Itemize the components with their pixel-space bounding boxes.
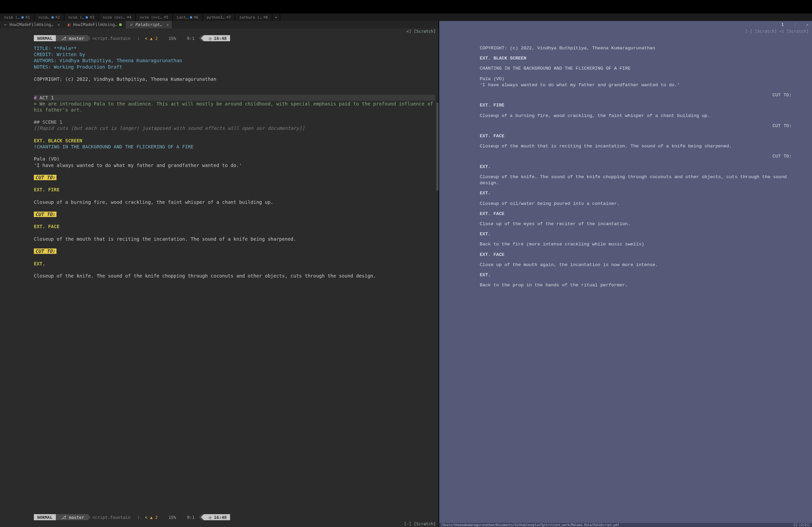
scratch-indicator-top: <] [Scratch] bbox=[0, 28, 438, 34]
editor-viewport[interactable]: TITLE: **Pala**CREDIT: Written byAUTHORS… bbox=[0, 42, 438, 513]
terminal-tab[interactable]: zathura (…⌘8 bbox=[235, 14, 272, 21]
preview-block: Closeup of oil/water being poured into a… bbox=[480, 201, 792, 207]
editor-line bbox=[34, 70, 435, 76]
terminal-tab[interactable]: nvim (nvi…⌘5 bbox=[136, 14, 173, 21]
preview-block: Back to the prop in the hands of the rit… bbox=[480, 282, 792, 288]
preview-block: CUT TO: bbox=[480, 153, 792, 160]
terminal-tab[interactable]: python3…⌘7 bbox=[203, 14, 235, 21]
close-icon[interactable]: ✕ bbox=[164, 22, 169, 27]
editor-line: 'I have always wanted to do what my fath… bbox=[34, 162, 435, 168]
preview-scratch: [-] [Scratch] <] [Scratch] bbox=[742, 29, 812, 34]
diagnostics: : < ▲ 2 bbox=[134, 35, 161, 41]
modified-dot-icon bbox=[119, 23, 122, 26]
tab-shortcut: ⌘7 bbox=[226, 15, 231, 20]
clock-icon: ◷ bbox=[209, 515, 212, 520]
editor-line: CUT TO: bbox=[34, 248, 435, 254]
editor-line bbox=[34, 205, 435, 211]
page-1[interactable]: 1 bbox=[779, 22, 786, 27]
tab-shortcut: ⌘1 bbox=[25, 15, 30, 20]
editor-line bbox=[34, 82, 435, 88]
editor-line: CREDIT: Written by bbox=[34, 51, 435, 58]
mode-indicator: NORMAL bbox=[34, 35, 56, 41]
preview-block: Back to the fire (more intense crackling… bbox=[480, 241, 792, 247]
tab-label: python3… bbox=[207, 15, 224, 20]
preview-block: EXT. bbox=[480, 164, 792, 170]
preview-block: EXT. bbox=[480, 272, 792, 278]
clock: ◷ 16:48 bbox=[204, 514, 230, 520]
file-icon: ≡ bbox=[129, 22, 133, 27]
file-path: /Users/theenakumaragurunathan/Documents/… bbox=[441, 523, 619, 527]
editor-line: EXT. BLACK SCREEN bbox=[34, 138, 435, 144]
editor-line: Closeup of the knife. The sound of the k… bbox=[34, 273, 435, 279]
scroll-percent: 15% bbox=[165, 514, 180, 520]
terminal-tabs: nvim (…⌘1nvim…⌘2nvim (…⌘3nvim (nvi…⌘4nvi… bbox=[0, 14, 812, 21]
editor-line bbox=[34, 267, 435, 273]
editor-line: CUT TO: bbox=[34, 211, 435, 217]
editor-line: COPYRIGHT: (c) 2022, Vindhya Buthpitiya,… bbox=[34, 76, 435, 82]
warn-icon: ▲ bbox=[150, 36, 153, 41]
editor-line: !CHANTING IN THE BACKGROUND AND THE FLIC… bbox=[34, 144, 435, 150]
terminal-tab[interactable]: nvim (…⌘1 bbox=[0, 14, 34, 21]
preview-block: COPYRIGHT: (c) 2022, Vindhya Buthpitiya,… bbox=[480, 45, 792, 51]
preview-block: Close up of the mouth again, the incanta… bbox=[480, 262, 792, 268]
terminal-tab[interactable]: Last…⌘6 bbox=[173, 14, 203, 21]
activity-dot-icon bbox=[21, 16, 24, 19]
editor-line: [[Rapid cuts (but each cut is longer) ju… bbox=[34, 125, 435, 131]
pdf-preview-pane: 1 2 ✕ [-] [Scratch] <] [Scratch] COPYRIG… bbox=[439, 21, 812, 527]
tab-label: zathura (… bbox=[239, 15, 262, 20]
activity-dot-icon bbox=[86, 16, 88, 19]
buffer-tab[interactable]: ←HowIMadeFilmUsing…✕ bbox=[0, 21, 63, 28]
buffer-name: HowIMadeFilmUsing… bbox=[10, 22, 54, 27]
editor-line bbox=[34, 150, 435, 156]
buffer-tab[interactable]: ◧HowIMadeFilmUsing… bbox=[63, 21, 126, 28]
file-name: <cript.fountain bbox=[88, 35, 134, 41]
tab-shortcut: ⌘8 bbox=[263, 15, 267, 20]
terminal-tab[interactable]: nvim…⌘2 bbox=[34, 14, 64, 21]
preview-block: Closeup of the knife. The sound of the k… bbox=[480, 174, 792, 186]
preview-block: EXT. bbox=[480, 231, 792, 237]
close-icon[interactable]: ✕ bbox=[804, 22, 809, 27]
buffer-tabline: ←HowIMadeFilmUsing…✕◧HowIMadeFilmUsing…≡… bbox=[0, 21, 438, 28]
terminal-tab[interactable]: nvim (…⌘3 bbox=[64, 14, 99, 21]
preview-block: EXT. FACE bbox=[480, 211, 792, 217]
editor-line: EXT. FIRE bbox=[34, 186, 435, 193]
branch-icon: ⎇ bbox=[61, 515, 66, 520]
scratch-indicator-bottom: [-] [Scratch] bbox=[0, 521, 438, 527]
cursor-pos: 9:1 bbox=[184, 514, 198, 520]
editor-line: Closeup of a burning fire, wood cracklin… bbox=[34, 199, 435, 205]
buffer-name: PalaScript… bbox=[135, 22, 162, 27]
new-tab-button[interactable]: + bbox=[272, 14, 280, 21]
nvim-pane: ←HowIMadeFilmUsing…✕◧HowIMadeFilmUsing…≡… bbox=[0, 21, 439, 527]
preview-block: EXT. FACE bbox=[480, 252, 792, 258]
preview-block: Closeup of the mouth that is reciting th… bbox=[480, 143, 792, 149]
preview-block: EXT. FACE bbox=[480, 133, 792, 139]
buffer-tab[interactable]: ≡PalaScript…✕ bbox=[126, 21, 172, 28]
statusline-top: NORMAL ⎇ master <cript.fountain : < ▲ 2 … bbox=[0, 34, 438, 42]
git-branch: ⎇ master bbox=[56, 35, 88, 41]
tab-shortcut: ⌘3 bbox=[90, 15, 94, 20]
editor-line: CUT TO: bbox=[34, 175, 435, 181]
editor-line: EXT. FACE bbox=[34, 223, 435, 229]
tab-label: Last… bbox=[177, 15, 188, 20]
terminal-tab[interactable]: nvim (nvi…⌘4 bbox=[99, 14, 136, 21]
preview-block: CUT TO: bbox=[480, 123, 792, 129]
scrollbar-thumb[interactable] bbox=[436, 103, 438, 191]
editor-line: TITLE: **Pala** bbox=[34, 45, 435, 51]
editor-line bbox=[34, 217, 435, 223]
preview-block: EXT. bbox=[480, 190, 792, 196]
page-2[interactable]: 2 bbox=[792, 22, 799, 27]
preview-content[interactable]: COPYRIGHT: (c) 2022, Vindhya Buthpitiya,… bbox=[439, 28, 812, 527]
tab-shortcut: ⌘6 bbox=[194, 15, 198, 20]
preview-block: CHANTING IN THE BACKGROUND AND THE FLICK… bbox=[480, 65, 792, 72]
scroll-percent: 15% bbox=[165, 35, 180, 41]
tab-label: nvim (nvi… bbox=[140, 15, 162, 20]
editor-line: ## SCENE 1 bbox=[34, 119, 435, 125]
buffer-name: HowIMadeFilmUsing… bbox=[73, 22, 117, 27]
editor-line bbox=[34, 113, 435, 119]
page-indicator: [2 (2/2)] bbox=[793, 523, 810, 527]
left-arrow-icon: ← bbox=[3, 22, 8, 27]
editor-line bbox=[34, 181, 435, 186]
editor-line: # ACT 1 bbox=[34, 95, 435, 101]
editor-line bbox=[34, 168, 435, 175]
close-icon[interactable]: ✕ bbox=[56, 22, 60, 27]
